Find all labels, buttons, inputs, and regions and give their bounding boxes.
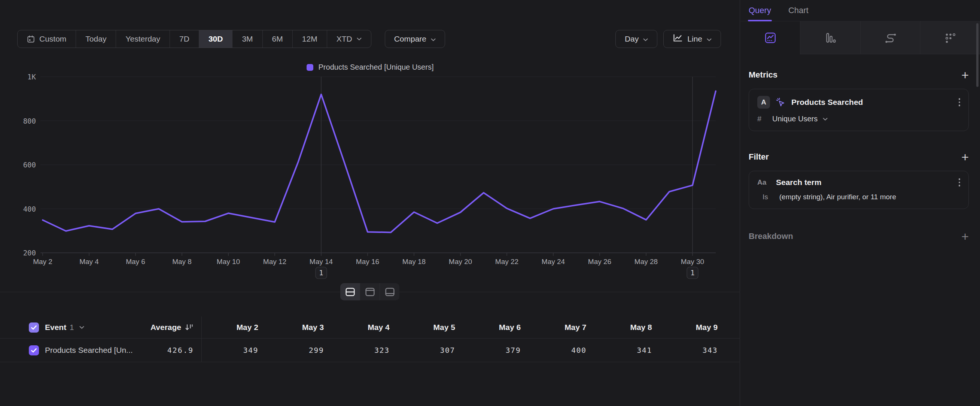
- series-line[interactable]: [43, 91, 716, 232]
- aggregation-selector[interactable]: Unique Users: [772, 115, 818, 123]
- report-type-strip: [740, 21, 980, 54]
- filter-condition-row: Is (empty string), Air purifier, or 11 m…: [757, 193, 961, 201]
- range-12m[interactable]: 12M: [292, 30, 327, 48]
- x-axis-label: May 10: [217, 258, 240, 266]
- range-6m[interactable]: 6M: [262, 30, 292, 48]
- x-axis-label: May 8: [172, 258, 192, 266]
- retention-dots-icon: [944, 32, 956, 44]
- layout-table-top-button[interactable]: [360, 283, 380, 300]
- tab-query[interactable]: Query: [749, 0, 771, 21]
- range-xtd[interactable]: XTD: [327, 30, 371, 48]
- granularity-button[interactable]: Day: [616, 30, 657, 48]
- x-axis-label: May 4: [80, 258, 99, 266]
- select-all-checkbox[interactable]: [29, 322, 39, 333]
- range-label: 3M: [242, 35, 253, 43]
- query-panel: Query Chart: [740, 0, 980, 406]
- table-header-row: Event 1 Average May 2May 3May 4May 5May …: [0, 317, 740, 339]
- granularity-label: Day: [625, 35, 639, 43]
- average-column-header[interactable]: Average: [151, 317, 194, 338]
- filter-card[interactable]: Aa Search term Is (empty string), Air pu…: [749, 171, 969, 209]
- date-column-header[interactable]: May 7: [565, 317, 586, 338]
- range-label: 30D: [208, 35, 223, 43]
- range-7d[interactable]: 7D: [170, 30, 199, 48]
- date-column-header[interactable]: May 5: [433, 317, 455, 338]
- range-yesterday[interactable]: Yesterday: [116, 30, 170, 48]
- event-click-icon: [775, 97, 785, 107]
- range-label: Today: [85, 35, 106, 43]
- layout-split-button[interactable]: [340, 283, 360, 300]
- row-checkbox[interactable]: [29, 345, 39, 355]
- cell-value: 307: [440, 339, 455, 362]
- table-column-divider: [201, 317, 202, 362]
- range-label: Yesterday: [126, 35, 160, 43]
- chevron-down-icon: [707, 35, 712, 43]
- filter-operator[interactable]: Is: [762, 193, 768, 201]
- chevron-down-icon[interactable]: [80, 317, 84, 338]
- series-row-label: Products Searched [Un...: [45, 339, 133, 362]
- date-column-header[interactable]: May 9: [696, 317, 718, 338]
- analytics-app: CustomTodayYesterday7D30D3M6M12MXTD Comp…: [0, 0, 980, 406]
- filter-values[interactable]: (empty string), Air purifier, or 11 more: [780, 193, 896, 201]
- x-axis-label: May 26: [588, 258, 611, 266]
- y-axis-label: 1K: [27, 73, 36, 81]
- range-label: 12M: [302, 35, 317, 43]
- sort-icon: [185, 323, 194, 331]
- kebab-menu-icon[interactable]: [959, 178, 961, 186]
- event-column-header[interactable]: Event: [45, 317, 66, 338]
- kebab-menu-icon[interactable]: [959, 98, 961, 107]
- report-type-funnels[interactable]: [800, 21, 860, 54]
- panel-scrollbar[interactable]: [976, 23, 978, 87]
- tab-chart[interactable]: Chart: [788, 0, 808, 21]
- add-metric-button[interactable]: +: [961, 68, 969, 81]
- filter-property-name[interactable]: Search term: [776, 178, 959, 187]
- metric-card-row: A Products Searched: [757, 96, 961, 108]
- x-axis-label: May 24: [542, 258, 565, 266]
- range-30d[interactable]: 30D: [199, 30, 232, 48]
- cell-value: 343: [702, 339, 718, 362]
- date-column-header[interactable]: May 4: [368, 317, 389, 338]
- report-main: CustomTodayYesterday7D30D3M6M12MXTD Comp…: [0, 0, 740, 406]
- range-3m[interactable]: 3M: [232, 30, 262, 48]
- chevron-down-icon[interactable]: [823, 116, 828, 123]
- date-column-header[interactable]: May 8: [630, 317, 652, 338]
- range-custom[interactable]: Custom: [18, 30, 76, 48]
- chart-type-button[interactable]: Line: [663, 30, 721, 48]
- y-axis-label: 200: [23, 249, 36, 257]
- chart-type-label: Line: [687, 35, 702, 43]
- date-column-header[interactable]: May 2: [237, 317, 258, 338]
- filter-card-row: Aa Search term: [757, 178, 961, 187]
- report-type-flows[interactable]: [860, 21, 920, 54]
- add-breakdown-button[interactable]: +: [961, 230, 969, 243]
- metric-letter-badge: A: [757, 96, 770, 108]
- range-label: XTD: [337, 35, 352, 43]
- cell-value: 379: [506, 339, 521, 362]
- cell-value: 349: [243, 339, 258, 362]
- date-column-header[interactable]: May 3: [302, 317, 324, 338]
- line-chart-icon: [673, 34, 683, 44]
- line-chart[interactable]: 2004006008001K11May 2May 4May 6May 8May …: [0, 60, 740, 294]
- x-axis-label: May 14: [310, 258, 333, 266]
- report-type-insights[interactable]: [740, 21, 800, 54]
- metric-event-name[interactable]: Products Searched: [791, 98, 959, 107]
- x-axis-label: May 22: [495, 258, 519, 266]
- annotation-count[interactable]: 1: [690, 269, 694, 277]
- range-label: 6M: [272, 35, 283, 43]
- add-filter-button[interactable]: +: [961, 151, 969, 163]
- cell-value: 400: [571, 339, 587, 362]
- annotation-count[interactable]: 1: [319, 269, 323, 277]
- compare-button[interactable]: Compare: [385, 30, 445, 48]
- x-axis-label: May 20: [449, 258, 472, 266]
- panel-content: Metrics + A Products Searched: [740, 54, 980, 243]
- report-type-retention[interactable]: [920, 21, 980, 54]
- table-data-row: Products Searched [Un... 426.9 349299323…: [0, 339, 740, 362]
- date-range-group: CustomTodayYesterday7D30D3M6M12MXTD: [17, 30, 371, 48]
- report-toolbar: CustomTodayYesterday7D30D3M6M12MXTD Comp…: [17, 30, 721, 48]
- range-today[interactable]: Today: [76, 30, 116, 48]
- date-column-header[interactable]: May 6: [499, 317, 521, 338]
- layout-table-bottom-button[interactable]: [380, 283, 399, 300]
- filter-title: Filter: [749, 152, 769, 162]
- metric-aggregation-row: # Unique Users: [757, 115, 961, 123]
- range-label: 7D: [179, 35, 189, 43]
- average-value: 426.9: [167, 339, 194, 362]
- metric-card[interactable]: A Products Searched # Unique User: [749, 89, 969, 131]
